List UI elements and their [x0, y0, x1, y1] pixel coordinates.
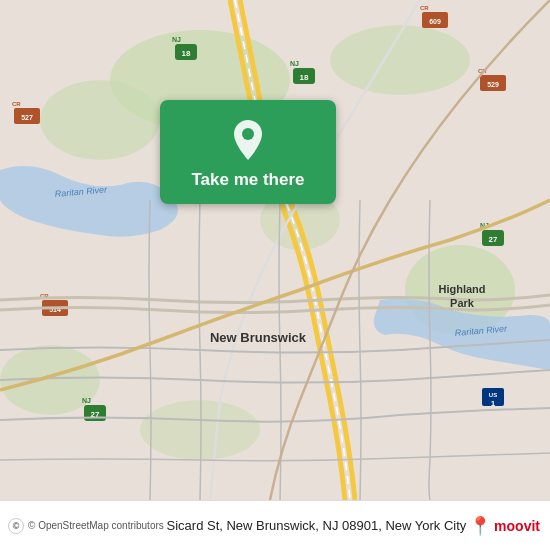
svg-text:27: 27	[489, 235, 498, 244]
moovit-logo: 📍 moovit	[469, 515, 540, 537]
svg-text:18: 18	[182, 49, 191, 58]
svg-text:529: 529	[487, 81, 499, 88]
footer-bar: © © OpenStreetMap contributors Sicard St…	[0, 500, 550, 550]
svg-text:New Brunswick: New Brunswick	[210, 330, 307, 345]
osm-logo: ©	[8, 518, 24, 534]
svg-text:CR: CR	[420, 5, 429, 11]
moovit-brand-text: moovit	[494, 518, 540, 534]
take-me-there-button[interactable]: Take me there	[160, 100, 336, 204]
svg-text:Park: Park	[450, 297, 475, 309]
address-text: Sicard St, New Brunswick, NJ 08901, New …	[164, 518, 469, 533]
osm-attribution-text: © OpenStreetMap contributors	[28, 520, 164, 531]
svg-text:609: 609	[429, 18, 441, 25]
svg-point-40	[242, 128, 254, 140]
svg-point-2	[40, 80, 160, 160]
svg-text:Highland: Highland	[438, 283, 485, 295]
moovit-pin-icon: 📍	[469, 515, 491, 537]
svg-text:NJ: NJ	[82, 397, 91, 404]
svg-text:NJ: NJ	[172, 36, 181, 43]
map-background: 18 NJ 18 NJ 609 CR 529 CR 527 CR 27 NJ 2…	[0, 0, 550, 500]
svg-point-7	[140, 400, 260, 460]
svg-text:1: 1	[491, 399, 496, 408]
svg-text:NJ: NJ	[290, 60, 299, 67]
svg-text:527: 527	[21, 114, 33, 121]
svg-text:18: 18	[300, 73, 309, 82]
svg-text:US: US	[489, 392, 497, 398]
map-container: 18 NJ 18 NJ 609 CR 529 CR 527 CR 27 NJ 2…	[0, 0, 550, 500]
osm-attribution-area: © © OpenStreetMap contributors	[8, 518, 164, 534]
location-pin-icon	[229, 118, 267, 162]
svg-text:CR: CR	[12, 101, 21, 107]
take-me-there-label: Take me there	[191, 170, 304, 190]
